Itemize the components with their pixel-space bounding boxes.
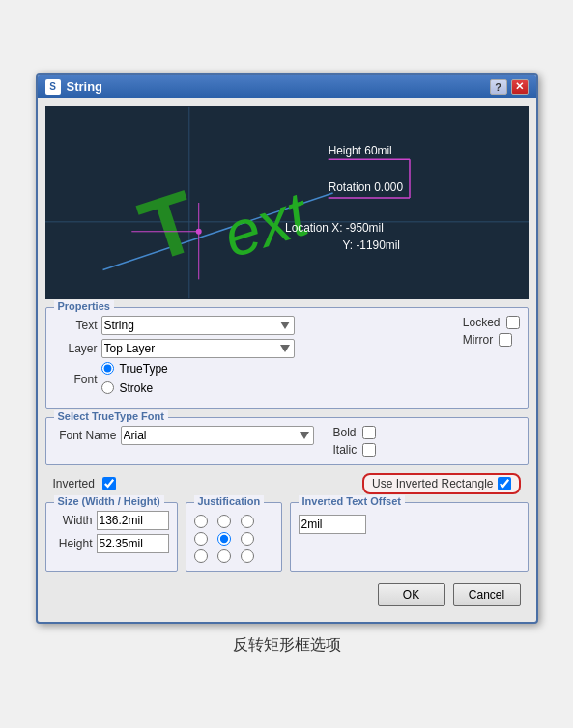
inverted-label: Inverted bbox=[53, 477, 95, 490]
justify-bl[interactable] bbox=[194, 549, 208, 563]
mirror-row: Mirror bbox=[463, 333, 520, 347]
stroke-radio-row: Stroke bbox=[101, 381, 168, 395]
justify-mc[interactable] bbox=[217, 532, 231, 546]
justification-group: Justification bbox=[186, 502, 282, 572]
layer-select[interactable]: Top Layer Bottom Layer bbox=[101, 339, 295, 358]
text-select[interactable]: String bbox=[101, 316, 295, 335]
cancel-button[interactable]: Cancel bbox=[453, 583, 521, 606]
font-name-select[interactable]: Arial Times New Roman Courier New bbox=[121, 426, 314, 445]
properties-group-label: Properties bbox=[54, 300, 114, 312]
bold-row: Bold bbox=[333, 426, 377, 439]
properties-left: Text String Layer Top Layer Bottom Layer bbox=[54, 316, 453, 401]
truetype-radio-row: TrueType bbox=[101, 362, 168, 376]
locked-row: Locked bbox=[463, 316, 520, 329]
title-buttons: ? ✕ bbox=[490, 79, 529, 95]
dialog-content: T ext Height 60mil Rotation 0.000 Locati… bbox=[38, 98, 536, 622]
use-inverted-rect-checkbox[interactable] bbox=[498, 477, 511, 490]
font-name-section: Font Name Arial Times New Roman Courier … bbox=[54, 426, 314, 451]
font-label: Font bbox=[54, 373, 98, 386]
size-group-label: Size (Width / Height) bbox=[54, 495, 164, 507]
font-group: Select TrueType Font Font Name Arial Tim… bbox=[45, 417, 529, 465]
mirror-checkbox[interactable] bbox=[499, 333, 512, 347]
font-group-inner: Font Name Arial Times New Roman Courier … bbox=[54, 426, 520, 457]
dialog-title: String bbox=[67, 79, 103, 94]
italic-label: Italic bbox=[333, 443, 358, 457]
justify-tl[interactable] bbox=[194, 515, 208, 528]
truetype-radio[interactable] bbox=[101, 362, 114, 375]
bold-italic-section: Bold Italic bbox=[333, 426, 377, 457]
font-row: Font TrueType Stroke bbox=[54, 362, 453, 397]
bold-label: Bold bbox=[333, 426, 357, 439]
width-label: Width bbox=[54, 514, 93, 527]
help-button[interactable]: ? bbox=[490, 79, 507, 95]
justify-tc[interactable] bbox=[217, 515, 231, 528]
offset-group-label: Inverted Text Offset bbox=[299, 495, 406, 507]
svg-text:Location  X: -950mil: Location X: -950mil bbox=[285, 220, 384, 234]
width-input[interactable] bbox=[97, 511, 169, 530]
bold-checkbox[interactable] bbox=[362, 426, 376, 439]
locked-label: Locked bbox=[463, 316, 501, 329]
inverted-row: Inverted Use Inverted Rectangle bbox=[45, 473, 529, 494]
justify-br[interactable] bbox=[241, 549, 254, 563]
layer-label: Layer bbox=[54, 342, 98, 355]
width-row: Width bbox=[54, 511, 169, 530]
justification-group-label: Justification bbox=[194, 495, 265, 507]
properties-group: Properties Text String Layer bbox=[45, 307, 529, 409]
title-bar: S String ? ✕ bbox=[38, 75, 536, 98]
italic-checkbox[interactable] bbox=[362, 443, 376, 457]
button-row: OK Cancel bbox=[45, 579, 529, 614]
dialog-icon: S bbox=[45, 79, 61, 95]
font-options: TrueType Stroke bbox=[101, 362, 168, 397]
properties-inner: Text String Layer Top Layer Bottom Layer bbox=[54, 316, 520, 401]
justify-bc[interactable] bbox=[217, 549, 231, 563]
preview-svg: T ext Height 60mil Rotation 0.000 Locati… bbox=[45, 106, 529, 299]
height-row: Height bbox=[54, 534, 169, 553]
justify-mr[interactable] bbox=[241, 532, 254, 546]
height-input[interactable] bbox=[97, 534, 169, 553]
size-group: Size (Width / Height) Width Height bbox=[45, 502, 178, 572]
inverted-checkbox[interactable] bbox=[102, 477, 116, 490]
title-bar-left: S String bbox=[45, 79, 103, 95]
font-name-label: Font Name bbox=[54, 429, 117, 442]
text-label: Text bbox=[54, 319, 98, 332]
mirror-label: Mirror bbox=[463, 333, 493, 347]
dialog-wrapper: S String ? ✕ T bbox=[36, 73, 538, 656]
svg-text:Y: -1190mil: Y: -1190mil bbox=[342, 238, 399, 251]
locked-checkbox[interactable] bbox=[506, 316, 520, 329]
offset-group: Inverted Text Offset bbox=[290, 502, 529, 572]
stroke-label: Stroke bbox=[120, 381, 154, 395]
height-label: Height bbox=[54, 537, 93, 550]
text-row: Text String bbox=[54, 316, 453, 335]
svg-point-11 bbox=[195, 228, 201, 234]
offset-input[interactable] bbox=[299, 515, 366, 534]
preview-area: T ext Height 60mil Rotation 0.000 Locati… bbox=[45, 106, 529, 299]
layer-row: Layer Top Layer Bottom Layer bbox=[54, 339, 453, 358]
font-group-label: Select TrueType Font bbox=[54, 410, 168, 422]
justify-tr[interactable] bbox=[241, 515, 254, 528]
use-inverted-rect-box: Use Inverted Rectangle bbox=[362, 473, 520, 494]
stroke-radio[interactable] bbox=[101, 381, 114, 394]
font-name-row: Font Name Arial Times New Roman Courier … bbox=[54, 426, 314, 445]
bottom-section: Size (Width / Height) Width Height Justi… bbox=[45, 502, 529, 572]
caption: 反转矩形框选项 bbox=[233, 635, 341, 656]
svg-text:Height  60mil: Height 60mil bbox=[328, 144, 391, 157]
svg-text:Rotation  0.000: Rotation 0.000 bbox=[328, 181, 403, 194]
ok-button[interactable]: OK bbox=[378, 583, 445, 606]
use-inverted-rect-label: Use Inverted Rectangle bbox=[372, 477, 493, 490]
italic-row: Italic bbox=[333, 443, 377, 457]
string-dialog: S String ? ✕ T bbox=[36, 73, 538, 624]
justify-grid bbox=[194, 511, 273, 563]
properties-right: Locked Mirror bbox=[453, 316, 520, 401]
close-button[interactable]: ✕ bbox=[511, 79, 529, 95]
truetype-label: TrueType bbox=[120, 362, 168, 376]
justify-ml[interactable] bbox=[194, 532, 208, 546]
